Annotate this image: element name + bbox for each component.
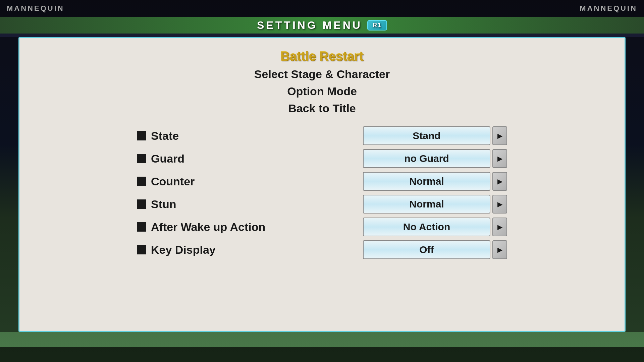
menu-item-option-mode[interactable]: Option Mode (280, 83, 364, 99)
setting-label-state: State (137, 129, 179, 142)
guard-arrow[interactable]: ▶ (492, 149, 507, 168)
counter-icon (137, 177, 146, 186)
side-panel-right (626, 37, 644, 332)
stun-icon (137, 199, 146, 209)
side-panel-left (0, 37, 18, 332)
menu-item-select-stage[interactable]: Select Stage & Character (248, 66, 396, 82)
key-display-value: Off (363, 240, 490, 259)
setting-row-guard: Guard no Guard ▶ (137, 149, 507, 168)
setting-control-stun: Normal ▶ (363, 195, 507, 214)
state-value: Stand (363, 126, 490, 145)
setting-control-after-wake-up: No Action ▶ (363, 218, 507, 236)
guard-value: no Guard (363, 149, 490, 168)
setting-label-guard: Guard (137, 152, 184, 165)
setting-row-stun: Stun Normal ▶ (137, 195, 507, 214)
top-menu: Battle Restart Select Stage & Character … (248, 48, 396, 116)
setting-control-state: Stand ▶ (363, 126, 507, 145)
setting-menu-label: SETTING MENU (257, 19, 362, 32)
after-wake-up-icon (137, 222, 146, 232)
main-panel: Battle Restart Select Stage & Character … (18, 37, 626, 332)
after-wake-up-arrow[interactable]: ▶ (492, 218, 507, 236)
menu-item-back-to-title[interactable]: Back to Title (281, 101, 363, 116)
title-bar: SETTING MENU R1 (0, 17, 644, 34)
key-display-icon (137, 245, 146, 254)
top-bar: MANNEQUIN MANNEQUIN (0, 0, 644, 17)
stun-value: Normal (363, 195, 490, 214)
state-icon (137, 131, 146, 140)
setting-label-stun: Stun (137, 198, 176, 211)
setting-control-counter: Normal ▶ (363, 172, 507, 191)
setting-label-counter: Counter (137, 175, 195, 188)
setting-control-key-display: Off ▶ (363, 240, 507, 259)
r1-badge: R1 (367, 20, 387, 31)
counter-value: Normal (363, 172, 490, 191)
state-arrow[interactable]: ▶ (492, 126, 507, 145)
counter-arrow[interactable]: ▶ (492, 172, 507, 191)
stun-arrow[interactable]: ▶ (492, 195, 507, 214)
setting-control-guard: no Guard ▶ (363, 149, 507, 168)
top-bar-left: MANNEQUIN (7, 4, 64, 13)
setting-label-after-wake-up: After Wake up Action (137, 221, 265, 234)
setting-row-state: State Stand ▶ (137, 126, 507, 145)
setting-row-key-display: Key Display Off ▶ (137, 240, 507, 259)
key-display-arrow[interactable]: ▶ (492, 240, 507, 259)
setting-menu-title: SETTING MENU R1 (257, 19, 387, 32)
guard-icon (137, 154, 146, 163)
settings-area: State Stand ▶ Guard no Guard ▶ Counter (19, 126, 625, 259)
menu-item-battle-restart[interactable]: Battle Restart (274, 48, 370, 65)
top-bar-right: MANNEQUIN (580, 4, 637, 13)
bottom-bar (0, 347, 644, 362)
setting-label-key-display: Key Display (137, 243, 216, 256)
setting-row-counter: Counter Normal ▶ (137, 172, 507, 191)
setting-row-after-wake-up: After Wake up Action No Action ▶ (137, 218, 507, 236)
after-wake-up-value: No Action (363, 218, 490, 236)
